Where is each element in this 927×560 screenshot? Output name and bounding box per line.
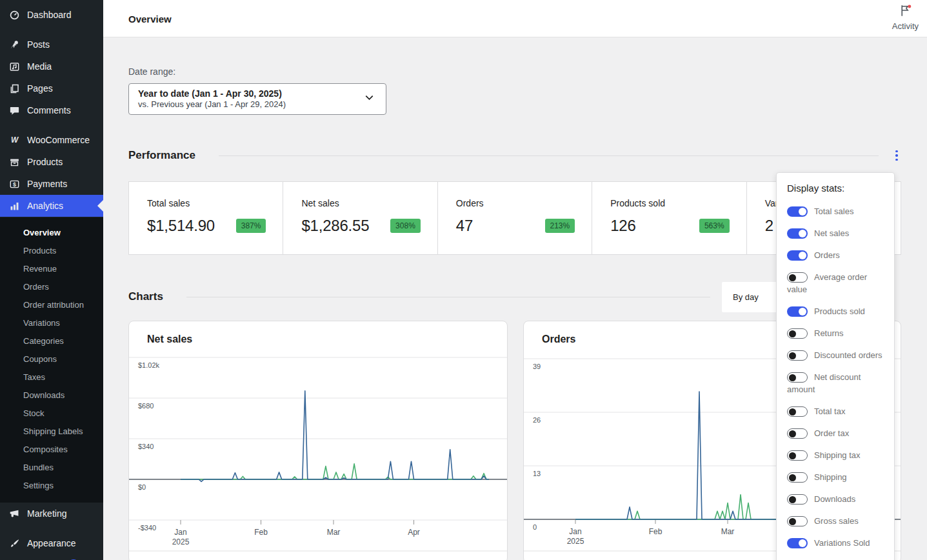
display-stat-toggle-total-sales[interactable]: Total sales <box>787 205 884 217</box>
submenu-item-orders[interactable]: Orders <box>0 278 103 296</box>
sidebar-item-payments[interactable]: $Payments <box>0 173 103 195</box>
display-stat-toggle-total-tax[interactable]: Total tax <box>787 405 884 417</box>
display-stat-toggle-discounted-orders[interactable]: Discounted orders <box>787 349 884 361</box>
sidebar-item-plugins[interactable]: Plugins1 <box>0 554 103 560</box>
toggle-switch[interactable] <box>787 306 808 317</box>
stat-value: $1,514.90 <box>147 217 215 235</box>
submenu-item-coupons[interactable]: Coupons <box>0 350 103 368</box>
svg-text:2025: 2025 <box>172 537 190 546</box>
toggle-switch[interactable] <box>787 228 808 239</box>
sidebar-item-posts[interactable]: Posts <box>0 34 103 55</box>
sidebar-item-label: Marketing <box>27 508 66 519</box>
svg-text:$340: $340 <box>138 443 154 450</box>
sidebar-item-label: Analytics <box>27 201 63 211</box>
svg-text:26: 26 <box>533 416 541 424</box>
display-stat-toggle-downloads[interactable]: Downloads <box>787 493 884 505</box>
toggle-switch[interactable] <box>787 494 808 505</box>
submenu-item-stock[interactable]: Stock <box>0 405 103 423</box>
stat-change-badge: 308% <box>390 219 421 233</box>
submenu-item-products[interactable]: Products <box>0 242 103 260</box>
toggle-switch[interactable] <box>787 538 808 548</box>
svg-text:13: 13 <box>533 470 541 477</box>
submenu-item-overview[interactable]: Overview <box>0 224 103 242</box>
submenu-item-revenue[interactable]: Revenue <box>0 260 103 278</box>
activity-unread-dot <box>908 5 911 8</box>
marketing-icon <box>9 508 20 519</box>
sidebar-item-comments[interactable]: Comments <box>0 99 103 121</box>
toggle-switch[interactable] <box>787 372 808 383</box>
page-title: Overview <box>128 13 172 24</box>
toggle-label: Total sales <box>814 206 853 216</box>
toggle-switch[interactable] <box>787 516 808 526</box>
submenu-item-downloads[interactable]: Downloads <box>0 386 103 405</box>
sidebar-item-marketing[interactable]: Marketing <box>0 503 103 525</box>
sidebar-item-pages[interactable]: Pages <box>0 77 103 99</box>
woocommerce-icon: W <box>9 135 20 146</box>
sidebar-item-label: Comments <box>27 105 71 115</box>
sidebar-item-label: Payments <box>27 179 67 189</box>
sidebar-item-dashboard[interactable]: Dashboard <box>0 4 103 26</box>
date-range-secondary: vs. Previous year (Jan 1 - Apr 29, 2024) <box>138 99 286 110</box>
performance-menu-button[interactable] <box>892 149 901 163</box>
stat-card-orders[interactable]: Orders47213% <box>438 182 592 254</box>
display-stat-toggle-average-order-value[interactable]: Average order value <box>787 271 884 295</box>
sidebar-bottom-menu: MarketingAppearancePlugins1 <box>0 503 103 560</box>
sidebar-item-appearance[interactable]: Appearance <box>0 532 103 554</box>
stat-card-net-sales[interactable]: Net sales$1,286.55308% <box>283 182 437 254</box>
toggle-switch[interactable] <box>787 428 808 439</box>
sidebar-item-label: Posts <box>27 39 50 50</box>
svg-text:2025: 2025 <box>567 537 584 546</box>
display-stat-toggle-order-tax[interactable]: Order tax <box>787 427 884 439</box>
toggle-switch[interactable] <box>787 472 808 483</box>
sidebar-item-label: Appearance <box>27 538 76 548</box>
display-stat-toggle-net-discount-amount[interactable]: Net discount amount <box>787 371 884 395</box>
performance-title: Performance <box>128 149 195 162</box>
submenu-item-shipping-labels[interactable]: Shipping Labels <box>0 423 103 441</box>
toggle-switch[interactable] <box>787 328 808 339</box>
display-stat-toggle-orders[interactable]: Orders <box>787 249 884 261</box>
svg-text:Mar: Mar <box>721 527 735 536</box>
submenu-item-composites[interactable]: Composites <box>0 441 103 459</box>
toggle-label: Gross sales <box>814 516 859 526</box>
display-stat-toggle-shipping[interactable]: Shipping <box>787 471 884 483</box>
submenu-item-variations[interactable]: Variations <box>0 314 103 332</box>
display-stat-toggle-gross-sales[interactable]: Gross sales <box>787 515 884 527</box>
toggle-label: Total tax <box>814 406 845 416</box>
toggle-label: Net sales <box>814 228 849 238</box>
sidebar-item-products[interactable]: Products <box>0 151 103 173</box>
stat-value: 47 <box>456 217 473 235</box>
sidebar-item-woocommerce[interactable]: WWooCommerce <box>0 129 103 151</box>
pages-icon <box>9 83 20 94</box>
display-stat-toggle-returns[interactable]: Returns <box>787 327 884 339</box>
sidebar-item-media[interactable]: Media <box>0 55 103 77</box>
toggle-switch[interactable] <box>787 272 808 283</box>
display-stat-toggle-variations-sold[interactable]: Variations Sold <box>787 537 884 549</box>
toggle-label: Variations Sold <box>814 538 870 548</box>
svg-text:Feb: Feb <box>649 527 663 536</box>
toggle-switch[interactable] <box>787 406 808 417</box>
stat-label: Total sales <box>147 198 266 208</box>
toggle-label: Products sold <box>814 306 865 316</box>
svg-text:0: 0 <box>533 523 537 531</box>
submenu-item-categories[interactable]: Categories <box>0 332 103 350</box>
display-stat-toggle-net-sales[interactable]: Net sales <box>787 227 884 239</box>
performance-header: Performance <box>128 148 901 163</box>
toggle-label: Discounted orders <box>814 350 882 360</box>
date-range-primary: Year to date (Jan 1 - Apr 30, 2025) <box>138 88 286 99</box>
stat-label: Net sales <box>301 198 420 208</box>
stat-card-products-sold[interactable]: Products sold126563% <box>592 182 746 254</box>
sidebar-item-analytics[interactable]: Analytics <box>0 195 103 217</box>
date-range-select[interactable]: Year to date (Jan 1 - Apr 30, 2025) vs. … <box>128 83 386 115</box>
toggle-switch[interactable] <box>787 206 808 217</box>
toggle-switch[interactable] <box>787 450 808 461</box>
display-stat-toggle-shipping-tax[interactable]: Shipping tax <box>787 449 884 461</box>
stat-card-total-sales[interactable]: Total sales$1,514.90387% <box>129 182 283 254</box>
toggle-switch[interactable] <box>787 250 808 261</box>
submenu-item-bundles[interactable]: Bundles <box>0 459 103 477</box>
submenu-item-settings[interactable]: Settings <box>0 477 103 495</box>
display-stat-toggle-products-sold[interactable]: Products sold <box>787 305 884 317</box>
submenu-item-taxes[interactable]: Taxes <box>0 368 103 386</box>
submenu-item-order-attribution[interactable]: Order attribution <box>0 296 103 314</box>
toggle-switch[interactable] <box>787 350 808 361</box>
activity-button[interactable]: Activity <box>892 3 919 32</box>
